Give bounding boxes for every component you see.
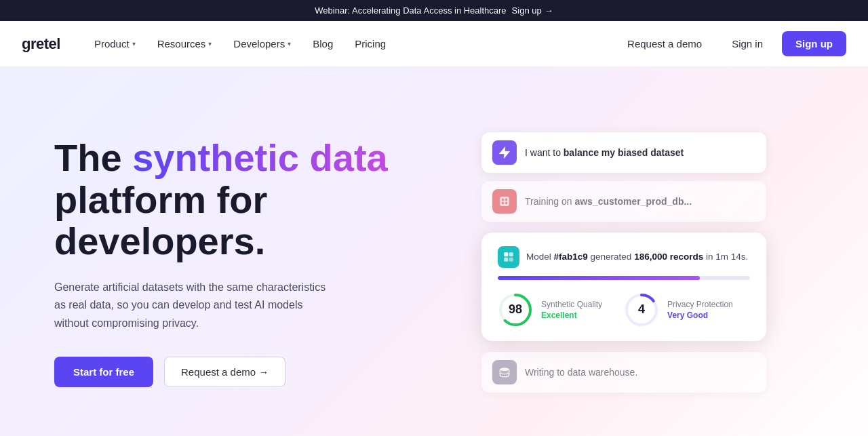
workflow-icon-2 — [492, 189, 517, 214]
nav-right: Request a demo Sign in Sign up — [616, 31, 846, 56]
chevron-down-icon: ▾ — [132, 40, 136, 47]
svg-rect-3 — [502, 201, 504, 203]
sign-in-button[interactable]: Sign in — [721, 33, 774, 55]
nav-pricing[interactable]: Pricing — [345, 33, 395, 55]
hero-buttons: Start for free Request a demo → — [54, 357, 434, 387]
banner-text: Webinar: Accelerating Data Access in Hea… — [315, 5, 506, 16]
svg-rect-8 — [509, 257, 513, 261]
start-free-button[interactable]: Start for free — [54, 357, 153, 387]
model-card-header: Model #fab1c9 generated 186,000 records … — [498, 246, 750, 268]
model-metrics: 98 Synthetic Quality Excellent — [498, 292, 750, 328]
workflow-icon-1 — [492, 140, 517, 165]
nav-resources[interactable]: Resources ▾ — [148, 33, 222, 55]
request-demo-button[interactable]: Request a demo — [616, 33, 713, 55]
nav-product[interactable]: Product ▾ — [85, 33, 145, 55]
svg-rect-4 — [505, 201, 507, 203]
hero-section: The synthetic data platform for develope… — [0, 67, 868, 436]
workflow-step-3: Writing to data warehouse. — [481, 352, 766, 393]
svg-point-13 — [500, 368, 509, 371]
privacy-protection-metric: 4 Privacy Protection Very Good — [624, 292, 733, 328]
svg-rect-7 — [504, 257, 508, 261]
svg-rect-6 — [509, 252, 513, 256]
model-icon — [498, 246, 519, 268]
hero-left: The synthetic data platform for develope… — [54, 137, 434, 387]
logo[interactable]: gretel — [22, 35, 60, 53]
workflow-step-1-text: I want to balance my biased dataset — [525, 147, 684, 158]
request-demo-hero-button[interactable]: Request a demo → — [164, 357, 285, 387]
privacy-circle: 4 — [624, 292, 659, 328]
navbar: gretel Product ▾ Resources ▾ Developers … — [0, 21, 868, 67]
nav-links: Product ▾ Resources ▾ Developers ▾ Blog … — [85, 33, 616, 55]
hero-title: The synthetic data platform for develope… — [54, 137, 434, 262]
sign-up-button[interactable]: Sign up — [782, 31, 846, 56]
banner-cta[interactable]: Sign up → — [512, 5, 553, 16]
hero-description: Generate artificial datasets with the sa… — [54, 279, 339, 332]
svg-rect-2 — [505, 198, 507, 200]
nav-developers[interactable]: Developers ▾ — [224, 33, 300, 55]
progress-fill — [498, 276, 700, 280]
synthetic-quality-metric: 98 Synthetic Quality Excellent — [498, 292, 602, 328]
workflow-step-3-text: Writing to data warehouse. — [525, 367, 637, 378]
workflow-illustration: I want to balance my biased dataset Trai… — [481, 132, 766, 393]
top-banner: Webinar: Accelerating Data Access in Hea… — [0, 0, 868, 21]
workflow-step-2: Training on aws_customer_prod_db... — [481, 181, 766, 222]
svg-rect-0 — [500, 197, 509, 205]
chevron-down-icon: ▾ — [208, 40, 212, 47]
chevron-down-icon: ▾ — [288, 40, 291, 47]
training-progress-bar — [498, 276, 750, 280]
workflow-step-1: I want to balance my biased dataset — [481, 132, 766, 173]
quality-circle: 98 — [498, 292, 533, 328]
nav-blog[interactable]: Blog — [303, 33, 342, 55]
workflow-icon-3 — [492, 360, 517, 384]
model-result-card: Model #fab1c9 generated 186,000 records … — [481, 233, 766, 341]
svg-rect-5 — [504, 252, 508, 256]
svg-rect-1 — [502, 198, 504, 200]
hero-right: I want to balance my biased dataset Trai… — [434, 132, 814, 393]
workflow-step-2-text: Training on aws_customer_prod_db... — [525, 196, 692, 207]
